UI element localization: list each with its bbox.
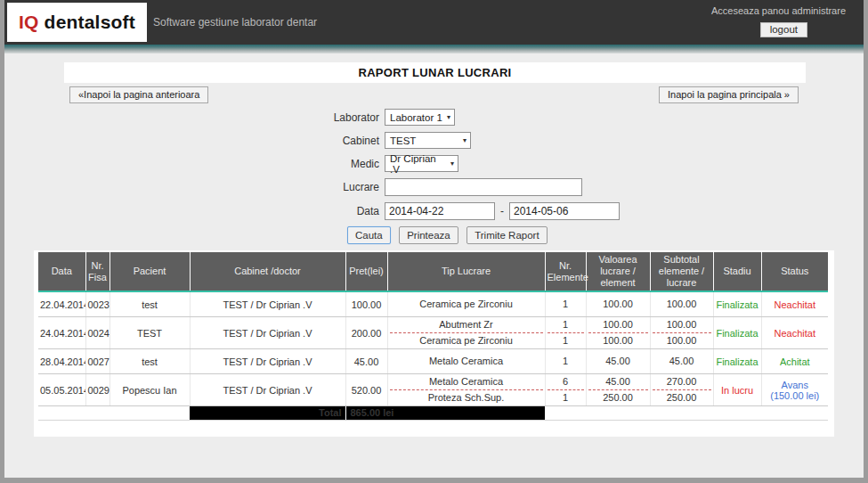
medic-label: Medic [0, 158, 385, 170]
total-spacer-cell [650, 406, 713, 421]
col-header-pacient: Pacient [110, 252, 190, 291]
cell-status: Achitat [761, 349, 828, 374]
page-border-right [864, 0, 868, 483]
cell-pacient: test [110, 349, 190, 374]
laborator-select[interactable]: Laborator 1 ▾ [385, 109, 455, 126]
col-header-nr-fisa: Nr. Fisa [85, 252, 110, 291]
table-row: 05.05.20140029Popescu IanTEST / Dr Cipri… [38, 374, 828, 406]
lucrare-line: 100.00 [653, 333, 711, 348]
cell-data: 05.05.2014 [38, 374, 85, 406]
cabinet-selected-value: TEST [390, 135, 416, 146]
cell-nr-fisa: 0027 [85, 349, 110, 374]
cell-pret: 100.00 [345, 291, 387, 317]
table-row: 28.04.20140027testTEST / Dr Ciprian .V45… [38, 349, 828, 374]
cell-valoare: 45.00 [586, 349, 650, 374]
lucrare-line: 45.00 [653, 349, 711, 373]
logo-iq-text: IQ [19, 12, 39, 33]
medic-selected-value: Dr Ciprian .V [390, 153, 447, 175]
medic-select[interactable]: Dr Ciprian .V ▾ [385, 155, 458, 172]
total-spacer-cell [85, 406, 110, 421]
col-header-nr-elemente: Nr. Elemente [545, 252, 586, 291]
table-row: 24.04.20140024TESTTEST / Dr Ciprian .V20… [38, 317, 828, 349]
laborator-label: Laborator [0, 111, 385, 124]
lucrare-line: Ceramica pe Zirconiu [390, 292, 543, 316]
cell-stadiu: Finalizata [713, 349, 761, 374]
data-label: Data [0, 205, 385, 217]
total-spacer-cell [586, 406, 650, 421]
report-table-body: 22.04.20140023testTEST / Dr Ciprian .V10… [38, 291, 828, 421]
banner-accent-strip [0, 45, 868, 53]
cell-pacient: Popescu Ian [110, 374, 190, 406]
table-row: 22.04.20140023testTEST / Dr Ciprian .V10… [38, 291, 828, 317]
cell-data: 24.04.2014 [38, 317, 85, 349]
chevron-down-icon: ▾ [463, 136, 466, 144]
lucrare-line: 100.00 [653, 317, 711, 333]
cell-subtotal: 45.00 [650, 349, 713, 374]
total-spacer-cell [713, 406, 761, 421]
cabinet-select[interactable]: TEST ▾ [385, 132, 471, 149]
cell-cabinet-doctor: TEST / Dr Ciprian .V [190, 374, 345, 406]
cell-nr_elemente: 11 [545, 317, 586, 349]
cell-cabinet-doctor: TEST / Dr Ciprian .V [190, 349, 345, 374]
print-button[interactable]: Printeaza [399, 226, 458, 244]
cell-tip: Abutment ZrCeramica pe Zirconiu [387, 317, 545, 349]
logo-dentalsoft-text: dentalsoft [45, 12, 135, 33]
cell-status: Avans (150.00 lei) [761, 374, 828, 406]
cell-nr-fisa: 0029 [85, 374, 110, 406]
page-title: RAPORT LUNAR LUCRARI [64, 62, 806, 83]
total-row: Total 865.00 lei [38, 406, 828, 421]
lucrare-line: Metalo Ceramica [390, 374, 543, 390]
report-filter-form: Laborator Laborator 1 ▾ Cabinet TEST ▾ M… [0, 109, 868, 244]
laborator-selected-value: Laborator 1 [390, 112, 442, 123]
lucrare-line: 100.00 [588, 333, 648, 348]
cell-data: 22.04.2014 [38, 291, 85, 317]
send-report-button[interactable]: Trimite Raport [466, 226, 547, 244]
page-border-bottom [0, 478, 868, 483]
col-header-status: Status [761, 252, 828, 291]
total-label: Total [190, 406, 345, 421]
date-to-input[interactable] [509, 202, 620, 220]
cell-tip: Ceramica pe Zirconiu [387, 291, 545, 317]
cell-pret: 520.00 [345, 374, 387, 406]
lucrare-line: Ceramica pe Zirconiu [390, 333, 543, 348]
col-header-pret: Pret(lei) [345, 252, 387, 291]
lucrare-line: 1 [548, 390, 584, 405]
total-spacer-cell [545, 406, 586, 421]
back-main-page-button[interactable]: Inapoi la pagina principala » [659, 86, 799, 103]
cell-status: Neachitat [761, 291, 828, 317]
cell-stadiu: In lucru [713, 374, 761, 406]
date-from-input[interactable] [385, 202, 495, 220]
cell-nr_elemente: 1 [545, 291, 586, 317]
cell-status: Neachitat [761, 317, 828, 349]
logout-button[interactable]: logout [760, 22, 807, 37]
lucrare-line: 100.00 [588, 317, 648, 333]
cell-subtotal: 270.00250.00 [650, 374, 713, 406]
cell-subtotal: 100.00100.00 [650, 317, 713, 349]
cell-pacient: test [110, 291, 190, 317]
admin-panel-link[interactable]: Acceseaza panou administrare [711, 5, 846, 16]
cell-cabinet-doctor: TEST / Dr Ciprian .V [190, 317, 345, 349]
cell-tip: Metalo CeramicaProteza Sch.Sup. [387, 374, 545, 406]
total-spacer-cell [110, 406, 190, 421]
total-spacer-cell [761, 406, 828, 421]
lucrare-line: 45.00 [588, 349, 648, 373]
cell-tip: Metalo Ceramica [387, 349, 545, 374]
app-tagline: Software gestiune laborator dentar [153, 0, 317, 45]
table-header-row: Data Nr. Fisa Pacient Cabinet /doctor Pr… [38, 252, 828, 291]
app-logo: IQdentalsoft [7, 3, 147, 42]
lucrare-line: Abutment Zr [390, 317, 543, 333]
col-header-stadiu: Stadiu [713, 252, 761, 291]
lucrare-input[interactable] [385, 178, 582, 196]
chevron-down-icon: ▾ [450, 160, 454, 168]
cell-data: 28.04.2014 [38, 349, 85, 374]
chevron-down-icon: ▾ [447, 113, 450, 121]
lucrare-line: 1 [548, 349, 584, 373]
date-range-separator: - [500, 205, 504, 217]
back-previous-page-button[interactable]: «Inapoi la pagina anterioara [69, 86, 208, 103]
lucrare-line: 250.00 [588, 390, 648, 405]
lucrare-line: 45.00 [588, 374, 648, 390]
col-header-valoarea: Valoarea lucrare / element [586, 252, 650, 291]
cell-nr-fisa: 0023 [85, 291, 110, 317]
col-header-cabinet-doctor: Cabinet /doctor [190, 252, 345, 291]
search-button[interactable]: Cauta [347, 226, 391, 244]
